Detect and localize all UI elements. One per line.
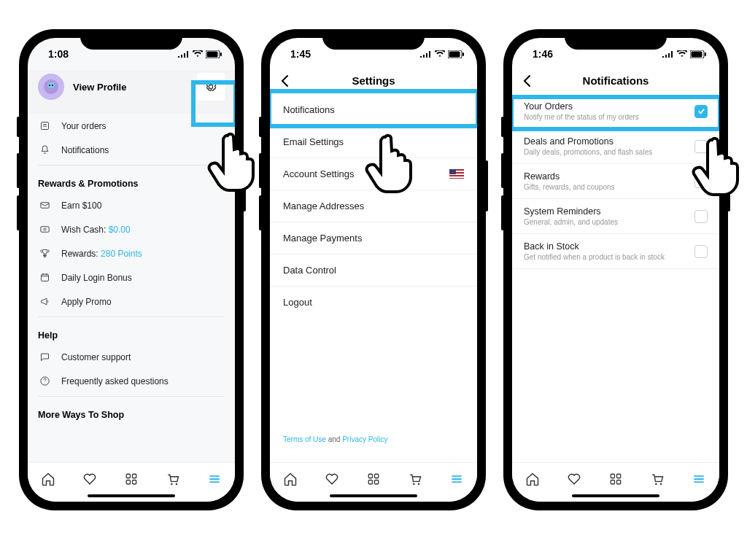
svg-rect-8 (40, 203, 48, 209)
nav-categories[interactable] (365, 471, 382, 487)
setting-label: Manage Payments (283, 233, 362, 244)
section-help: Help (28, 320, 235, 345)
svg-rect-1 (207, 51, 218, 57)
privacy-link[interactable]: Privacy Policy (342, 435, 387, 443)
setting-data-control[interactable]: Data Control (270, 254, 477, 287)
notif-your-orders[interactable]: Your Orders Notify me of the status of m… (512, 94, 719, 129)
setting-label: Email Settings (283, 136, 344, 147)
back-button[interactable] (280, 74, 289, 88)
menu-customer-support[interactable]: Customer support (28, 345, 235, 369)
menu-wish-cash[interactable]: Wish Cash: $0.00 (28, 217, 235, 241)
setting-addresses[interactable]: Manage Addresses (270, 190, 477, 222)
setting-email[interactable]: Email Settings (270, 126, 477, 158)
notif-title: System Reminders (524, 206, 618, 217)
setting-notifications[interactable]: Notifications (270, 94, 477, 126)
menu-earn[interactable]: Earn $100 (28, 193, 235, 217)
trophy-icon (38, 248, 51, 259)
menu-label: Wish Cash: (61, 225, 109, 235)
checkbox[interactable] (694, 245, 708, 258)
notif-sub: General, admin, and updates (524, 218, 618, 226)
settings-button[interactable] (197, 73, 225, 101)
nav-home[interactable] (525, 471, 541, 487)
nav-menu[interactable] (691, 471, 707, 487)
wifi-icon (435, 50, 445, 58)
nav-wishlist[interactable] (82, 471, 98, 487)
svg-rect-25 (374, 480, 378, 483)
notch (322, 29, 425, 50)
svg-point-5 (49, 85, 50, 86)
menu-faq[interactable]: Frequently asked questions (28, 369, 235, 393)
menu-label: Rewards: (61, 249, 101, 259)
cash-icon (38, 224, 51, 235)
terms-link[interactable]: Terms of Use (283, 435, 326, 443)
setting-account[interactable]: Account Settings (270, 158, 477, 190)
checkbox-checked[interactable] (694, 105, 708, 118)
nav-cart[interactable] (165, 471, 181, 487)
page-header: Settings (270, 70, 477, 94)
page-title: Notifications (583, 74, 649, 87)
notif-deals[interactable]: Deals and Promotions Daily deals, promot… (512, 129, 719, 164)
svg-rect-29 (692, 51, 703, 57)
status-icons (178, 50, 222, 58)
notif-rewards[interactable]: Rewards Gifts, rewards, and coupons (512, 164, 719, 199)
svg-rect-16 (132, 480, 136, 483)
svg-point-18 (176, 483, 178, 485)
svg-point-17 (171, 483, 173, 485)
menu-your-orders[interactable]: Your orders (28, 114, 235, 138)
status-time: 1:08 (48, 48, 69, 60)
section-rewards: Rewards & Promotions (28, 168, 235, 193)
section-more-ways: More Ways To Shop (28, 400, 235, 424)
account-screen: View Profile Your orders Notifications R… (28, 70, 235, 502)
nav-menu[interactable] (449, 471, 465, 487)
home-indicator (572, 494, 659, 497)
checkbox[interactable] (694, 140, 708, 153)
back-button[interactable] (522, 74, 531, 88)
battery-icon (206, 50, 222, 58)
setting-payments[interactable]: Manage Payments (270, 222, 477, 254)
signal-icon (178, 50, 190, 58)
battery-icon (448, 50, 464, 58)
status-time: 1:45 (290, 48, 311, 60)
setting-label: Account Settings (283, 168, 355, 179)
svg-rect-20 (449, 51, 460, 57)
menu-label: Apply Promo (61, 297, 112, 307)
nav-home[interactable] (40, 471, 56, 487)
svg-rect-14 (132, 474, 136, 478)
home-indicator (330, 494, 417, 497)
nav-wishlist[interactable] (324, 471, 340, 487)
svg-rect-21 (462, 52, 464, 56)
question-icon (38, 376, 51, 386)
phone-mockup-1: 1:08 View Profile Your orders (19, 29, 244, 510)
status-icons (420, 50, 464, 58)
nav-wishlist[interactable] (566, 471, 582, 487)
notifications-screen: Notifications Your Orders Notify me of t… (512, 70, 719, 502)
setting-label: Manage Addresses (283, 201, 364, 211)
signal-icon (420, 50, 432, 58)
nav-categories[interactable] (608, 471, 624, 487)
menu-notifications[interactable]: Notifications (28, 138, 235, 162)
svg-rect-32 (616, 474, 620, 478)
notif-system[interactable]: System Reminders General, admin, and upd… (512, 199, 719, 234)
menu-daily-login[interactable]: Daily Login Bonus (28, 265, 235, 289)
svg-point-36 (660, 483, 662, 485)
status-time: 1:46 (533, 48, 553, 60)
phone-mockup-3: 1:46 Notifications Your Orders Notify me… (503, 29, 728, 510)
menu-rewards[interactable]: Rewards: 280 Points (28, 241, 235, 265)
svg-rect-11 (41, 274, 48, 281)
nav-home[interactable] (282, 471, 298, 487)
nav-menu[interactable] (206, 471, 222, 487)
checkbox[interactable] (694, 175, 708, 188)
svg-rect-31 (611, 474, 614, 478)
orders-icon (38, 120, 51, 131)
menu-apply-promo[interactable]: Apply Promo (28, 289, 235, 314)
setting-logout[interactable]: Logout (270, 287, 477, 318)
nav-cart[interactable] (407, 471, 423, 487)
checkbox[interactable] (694, 210, 708, 223)
menu-label: Earn $100 (61, 201, 101, 211)
nav-cart[interactable] (649, 471, 665, 487)
menu-label: Daily Login Bonus (61, 273, 132, 283)
profile-header[interactable]: View Profile (28, 70, 235, 114)
rewards-value: 280 Points (101, 249, 142, 259)
notif-back-in-stock[interactable]: Back in Stock Get notified when a produc… (512, 234, 719, 269)
nav-categories[interactable] (123, 471, 139, 487)
